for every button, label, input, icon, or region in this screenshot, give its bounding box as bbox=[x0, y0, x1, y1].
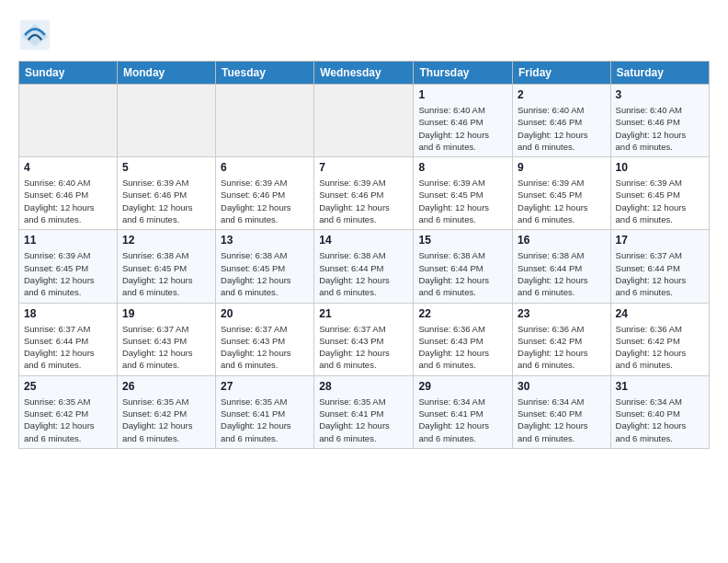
calendar-week-row: 25Sunrise: 6:35 AM Sunset: 6:42 PM Dayli… bbox=[19, 375, 710, 448]
calendar-week-row: 11Sunrise: 6:39 AM Sunset: 6:45 PM Dayli… bbox=[19, 230, 710, 303]
calendar-cell bbox=[314, 85, 414, 157]
day-number: 19 bbox=[122, 307, 210, 320]
calendar-cell: 16Sunrise: 6:38 AM Sunset: 6:44 PM Dayli… bbox=[513, 230, 611, 303]
day-number: 31 bbox=[616, 380, 704, 393]
day-info: Sunrise: 6:40 AM Sunset: 6:46 PM Dayligh… bbox=[616, 104, 704, 153]
day-info: Sunrise: 6:37 AM Sunset: 6:43 PM Dayligh… bbox=[122, 323, 210, 372]
day-info: Sunrise: 6:38 AM Sunset: 6:45 PM Dayligh… bbox=[122, 249, 210, 298]
weekday-header-wednesday: Wednesday bbox=[314, 62, 414, 85]
calendar-cell: 29Sunrise: 6:34 AM Sunset: 6:41 PM Dayli… bbox=[414, 375, 513, 448]
day-info: Sunrise: 6:34 AM Sunset: 6:40 PM Dayligh… bbox=[616, 396, 704, 444]
day-info: Sunrise: 6:39 AM Sunset: 6:46 PM Dayligh… bbox=[122, 177, 210, 225]
calendar-cell: 20Sunrise: 6:37 AM Sunset: 6:43 PM Dayli… bbox=[216, 303, 314, 375]
calendar-cell: 19Sunrise: 6:37 AM Sunset: 6:43 PM Dayli… bbox=[117, 303, 215, 375]
calendar-cell bbox=[19, 85, 118, 157]
day-number: 25 bbox=[24, 380, 112, 393]
day-number: 11 bbox=[24, 234, 112, 247]
day-number: 20 bbox=[221, 307, 309, 320]
calendar-cell: 14Sunrise: 6:38 AM Sunset: 6:44 PM Dayli… bbox=[314, 230, 414, 303]
day-info: Sunrise: 6:34 AM Sunset: 6:40 PM Dayligh… bbox=[518, 396, 606, 444]
page-header bbox=[18, 18, 710, 52]
calendar-cell: 18Sunrise: 6:37 AM Sunset: 6:44 PM Dayli… bbox=[19, 303, 118, 375]
calendar-cell: 27Sunrise: 6:35 AM Sunset: 6:41 PM Dayli… bbox=[216, 375, 314, 448]
day-info: Sunrise: 6:37 AM Sunset: 6:44 PM Dayligh… bbox=[24, 323, 112, 372]
calendar-cell: 28Sunrise: 6:35 AM Sunset: 6:41 PM Dayli… bbox=[314, 375, 414, 448]
day-number: 15 bbox=[418, 234, 507, 247]
weekday-header-saturday: Saturday bbox=[610, 62, 709, 85]
day-info: Sunrise: 6:37 AM Sunset: 6:43 PM Dayligh… bbox=[319, 323, 408, 372]
calendar-cell: 17Sunrise: 6:37 AM Sunset: 6:44 PM Dayli… bbox=[610, 230, 709, 303]
calendar-week-row: 4Sunrise: 6:40 AM Sunset: 6:46 PM Daylig… bbox=[19, 157, 710, 230]
day-info: Sunrise: 6:40 AM Sunset: 6:46 PM Dayligh… bbox=[24, 177, 112, 225]
calendar-header: SundayMondayTuesdayWednesdayThursdayFrid… bbox=[19, 62, 710, 85]
calendar-cell: 23Sunrise: 6:36 AM Sunset: 6:42 PM Dayli… bbox=[513, 303, 611, 375]
day-number: 29 bbox=[418, 380, 507, 393]
calendar-cell: 15Sunrise: 6:38 AM Sunset: 6:44 PM Dayli… bbox=[414, 230, 513, 303]
day-number: 13 bbox=[221, 234, 309, 247]
day-info: Sunrise: 6:35 AM Sunset: 6:41 PM Dayligh… bbox=[319, 396, 408, 444]
calendar-cell: 25Sunrise: 6:35 AM Sunset: 6:42 PM Dayli… bbox=[19, 375, 118, 448]
calendar-cell: 1Sunrise: 6:40 AM Sunset: 6:46 PM Daylig… bbox=[414, 85, 513, 157]
day-number: 4 bbox=[24, 161, 112, 174]
calendar-cell bbox=[117, 85, 215, 157]
day-info: Sunrise: 6:39 AM Sunset: 6:45 PM Dayligh… bbox=[24, 249, 112, 298]
day-info: Sunrise: 6:39 AM Sunset: 6:45 PM Dayligh… bbox=[418, 177, 507, 225]
day-number: 8 bbox=[418, 161, 507, 174]
day-info: Sunrise: 6:35 AM Sunset: 6:42 PM Dayligh… bbox=[122, 396, 210, 444]
calendar-cell: 4Sunrise: 6:40 AM Sunset: 6:46 PM Daylig… bbox=[19, 157, 118, 230]
calendar-week-row: 1Sunrise: 6:40 AM Sunset: 6:46 PM Daylig… bbox=[19, 85, 710, 157]
calendar-cell: 5Sunrise: 6:39 AM Sunset: 6:46 PM Daylig… bbox=[117, 157, 215, 230]
day-info: Sunrise: 6:37 AM Sunset: 6:43 PM Dayligh… bbox=[221, 323, 309, 372]
calendar-table: SundayMondayTuesdayWednesdayThursdayFrid… bbox=[18, 61, 710, 449]
day-number: 22 bbox=[418, 307, 507, 320]
day-info: Sunrise: 6:39 AM Sunset: 6:46 PM Dayligh… bbox=[319, 177, 408, 225]
calendar-cell: 21Sunrise: 6:37 AM Sunset: 6:43 PM Dayli… bbox=[314, 303, 414, 375]
day-info: Sunrise: 6:35 AM Sunset: 6:41 PM Dayligh… bbox=[221, 396, 309, 444]
day-number: 2 bbox=[518, 88, 606, 101]
calendar-week-row: 18Sunrise: 6:37 AM Sunset: 6:44 PM Dayli… bbox=[19, 303, 710, 375]
day-number: 6 bbox=[221, 161, 309, 174]
day-number: 27 bbox=[221, 380, 309, 393]
calendar-cell: 3Sunrise: 6:40 AM Sunset: 6:46 PM Daylig… bbox=[610, 85, 709, 157]
day-number: 1 bbox=[418, 88, 507, 101]
calendar-cell: 9Sunrise: 6:39 AM Sunset: 6:45 PM Daylig… bbox=[513, 157, 611, 230]
calendar-cell: 30Sunrise: 6:34 AM Sunset: 6:40 PM Dayli… bbox=[513, 375, 611, 448]
weekday-header-thursday: Thursday bbox=[414, 62, 513, 85]
day-info: Sunrise: 6:35 AM Sunset: 6:42 PM Dayligh… bbox=[24, 396, 112, 444]
day-info: Sunrise: 6:36 AM Sunset: 6:42 PM Dayligh… bbox=[518, 323, 606, 372]
day-number: 9 bbox=[518, 161, 606, 174]
day-info: Sunrise: 6:39 AM Sunset: 6:45 PM Dayligh… bbox=[616, 177, 704, 225]
day-info: Sunrise: 6:38 AM Sunset: 6:44 PM Dayligh… bbox=[518, 249, 606, 298]
calendar-cell: 12Sunrise: 6:38 AM Sunset: 6:45 PM Dayli… bbox=[117, 230, 215, 303]
weekday-header-tuesday: Tuesday bbox=[216, 62, 314, 85]
weekday-header-row: SundayMondayTuesdayWednesdayThursdayFrid… bbox=[19, 62, 710, 85]
calendar-cell: 11Sunrise: 6:39 AM Sunset: 6:45 PM Dayli… bbox=[19, 230, 118, 303]
weekday-header-friday: Friday bbox=[513, 62, 611, 85]
day-number: 10 bbox=[616, 161, 704, 174]
day-info: Sunrise: 6:34 AM Sunset: 6:41 PM Dayligh… bbox=[418, 396, 507, 444]
day-info: Sunrise: 6:36 AM Sunset: 6:43 PM Dayligh… bbox=[418, 323, 507, 372]
calendar-cell: 22Sunrise: 6:36 AM Sunset: 6:43 PM Dayli… bbox=[414, 303, 513, 375]
day-number: 7 bbox=[319, 161, 408, 174]
day-number: 23 bbox=[518, 307, 606, 320]
calendar-body: 1Sunrise: 6:40 AM Sunset: 6:46 PM Daylig… bbox=[19, 85, 710, 449]
day-info: Sunrise: 6:36 AM Sunset: 6:42 PM Dayligh… bbox=[616, 323, 704, 372]
calendar-cell: 6Sunrise: 6:39 AM Sunset: 6:46 PM Daylig… bbox=[216, 157, 314, 230]
day-number: 21 bbox=[319, 307, 408, 320]
calendar-cell: 8Sunrise: 6:39 AM Sunset: 6:45 PM Daylig… bbox=[414, 157, 513, 230]
calendar-cell: 7Sunrise: 6:39 AM Sunset: 6:46 PM Daylig… bbox=[314, 157, 414, 230]
calendar-cell: 10Sunrise: 6:39 AM Sunset: 6:45 PM Dayli… bbox=[610, 157, 709, 230]
day-number: 26 bbox=[122, 380, 210, 393]
day-number: 30 bbox=[518, 380, 606, 393]
calendar-cell: 26Sunrise: 6:35 AM Sunset: 6:42 PM Dayli… bbox=[117, 375, 215, 448]
day-info: Sunrise: 6:39 AM Sunset: 6:45 PM Dayligh… bbox=[518, 177, 606, 225]
calendar-cell: 13Sunrise: 6:38 AM Sunset: 6:45 PM Dayli… bbox=[216, 230, 314, 303]
day-info: Sunrise: 6:38 AM Sunset: 6:45 PM Dayligh… bbox=[221, 249, 309, 298]
calendar-cell: 24Sunrise: 6:36 AM Sunset: 6:42 PM Dayli… bbox=[610, 303, 709, 375]
day-info: Sunrise: 6:40 AM Sunset: 6:46 PM Dayligh… bbox=[518, 104, 606, 153]
day-info: Sunrise: 6:38 AM Sunset: 6:44 PM Dayligh… bbox=[319, 249, 408, 298]
day-number: 16 bbox=[518, 234, 606, 247]
day-number: 17 bbox=[616, 234, 704, 247]
day-number: 12 bbox=[122, 234, 210, 247]
weekday-header-monday: Monday bbox=[117, 62, 215, 85]
